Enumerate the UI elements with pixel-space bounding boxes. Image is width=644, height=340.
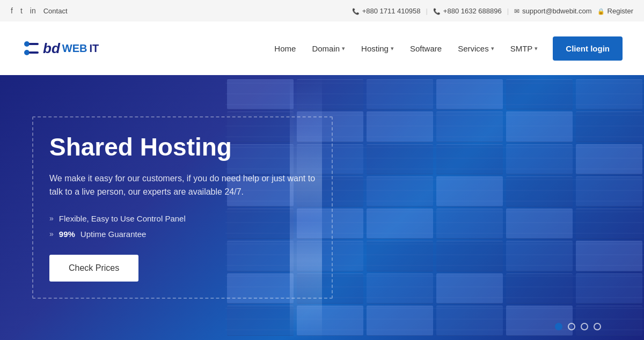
phone1-number: +880 1711 410958 [362, 7, 421, 15]
logo-bd: bd [43, 40, 60, 57]
hosting-chevron: ▾ [391, 45, 394, 52]
logo-web: WEB [62, 42, 87, 55]
rack-col-6 [576, 75, 642, 340]
top-bar-right: +880 1711 410958 | +880 1632 688896 | su… [352, 7, 633, 15]
rack-unit [506, 241, 573, 271]
lock-icon [597, 7, 605, 15]
check-prices-button[interactable]: Check Prices [49, 255, 138, 282]
logo[interactable]: bd WEB IT [21, 39, 99, 58]
rack-unit [506, 79, 573, 109]
svg-point-1 [24, 50, 30, 55]
hero-features: » Flexible, Easy to Use Control Panel » … [49, 214, 316, 239]
divider1: | [426, 7, 427, 15]
rack-unit [576, 144, 642, 174]
rack-unit [367, 241, 433, 271]
rack-unit [367, 176, 433, 206]
email-address: support@bdwebit.com [522, 7, 592, 15]
phone1-item[interactable]: +880 1711 410958 [352, 7, 421, 15]
logo-it: IT [89, 42, 99, 55]
hero-content: Shared Hosting We make it easy for our c… [0, 95, 365, 320]
feature-1: » Flexible, Easy to Use Control Panel [49, 214, 316, 223]
nav-domain[interactable]: Domain ▾ [305, 39, 352, 58]
rack-unit [367, 306, 433, 336]
rack-unit [436, 112, 503, 142]
contact-link[interactable]: Contact [43, 7, 68, 15]
rack-unit [436, 144, 503, 174]
rack-unit [436, 306, 503, 336]
rack-unit [506, 209, 573, 239]
divider2: | [507, 7, 509, 15]
hero-title: Shared Hosting [49, 134, 316, 161]
slider-dot-2[interactable] [568, 323, 575, 330]
main-nav: Home Domain ▾ Hosting ▾ Software Service… [268, 36, 623, 61]
nav-smtp[interactable]: SMTP ▾ [504, 39, 545, 58]
phone2-item[interactable]: +880 1632 688896 [433, 7, 502, 15]
svg-point-0 [24, 41, 30, 47]
rack-col-3 [367, 75, 433, 340]
phone1-icon [352, 7, 360, 15]
rack-unit [367, 274, 433, 304]
rack-unit [576, 176, 642, 206]
services-chevron: ▾ [491, 45, 494, 52]
slider-dot-4[interactable] [594, 323, 601, 330]
rack-unit [436, 241, 503, 271]
slider-dot-3[interactable] [581, 323, 588, 330]
rack-unit [367, 209, 433, 239]
rack-unit [506, 274, 573, 304]
rack-col-4 [436, 75, 503, 340]
rack-unit [576, 241, 642, 271]
rack-unit [367, 112, 433, 142]
linkedin-icon[interactable]: in [30, 6, 36, 15]
register-item[interactable]: Register [597, 7, 633, 15]
top-bar-left: f t in Contact [11, 6, 68, 15]
rack-unit [506, 176, 573, 206]
nav-services[interactable]: Services ▾ [451, 39, 501, 58]
rack-unit [506, 144, 573, 174]
phone2-icon [433, 7, 441, 15]
feature-arrow-2: » [49, 230, 54, 238]
feature-2-text: Uptime Guarantee [80, 230, 147, 239]
feature-2: » 99% Uptime Guarantee [49, 230, 316, 239]
hero-subtitle: We make it easy for our customers, if yo… [49, 172, 316, 199]
phone2-number: +880 1632 688896 [443, 7, 502, 15]
header: bd WEB IT Home Domain ▾ Hosting ▾ Softwa… [0, 21, 644, 75]
nav-software[interactable]: Software [404, 39, 448, 58]
rack-unit [436, 274, 503, 304]
email-item[interactable]: support@bdwebit.com [514, 7, 592, 15]
register-label[interactable]: Register [608, 7, 633, 15]
logo-icon [21, 39, 41, 58]
rack-unit [576, 112, 642, 142]
hero-section: Shared Hosting We make it easy for our c… [0, 75, 644, 340]
rack-unit [506, 306, 573, 336]
domain-chevron: ▾ [342, 45, 345, 52]
slider-dot-1[interactable] [555, 323, 562, 330]
rack-unit [436, 176, 503, 206]
smtp-chevron: ▾ [535, 45, 538, 52]
rack-unit [367, 79, 433, 109]
top-bar: f t in Contact +880 1711 410958 | +880 1… [0, 0, 644, 21]
twitter-icon[interactable]: t [20, 6, 23, 15]
rack-col-5 [506, 75, 573, 340]
facebook-icon[interactable]: f [11, 6, 13, 15]
feature-2-bold: 99% [59, 230, 75, 239]
rack-unit [436, 209, 503, 239]
nav-hosting[interactable]: Hosting ▾ [355, 39, 400, 58]
client-login-button[interactable]: Client login [553, 36, 623, 61]
slider-dots [555, 323, 601, 330]
rack-unit [576, 209, 642, 239]
rack-unit [576, 274, 642, 304]
hero-dashed-box: Shared Hosting We make it easy for our c… [32, 116, 333, 299]
rack-unit [576, 79, 642, 109]
rack-unit [436, 79, 503, 109]
feature-1-text: Flexible, Easy to Use Control Panel [59, 214, 186, 223]
feature-arrow-1: » [49, 214, 54, 223]
rack-unit [576, 306, 642, 336]
rack-unit [367, 144, 433, 174]
nav-home[interactable]: Home [268, 39, 302, 58]
svg-rect-3 [29, 51, 39, 54]
svg-rect-2 [29, 43, 39, 45]
email-icon [514, 7, 519, 15]
rack-unit [506, 112, 573, 142]
